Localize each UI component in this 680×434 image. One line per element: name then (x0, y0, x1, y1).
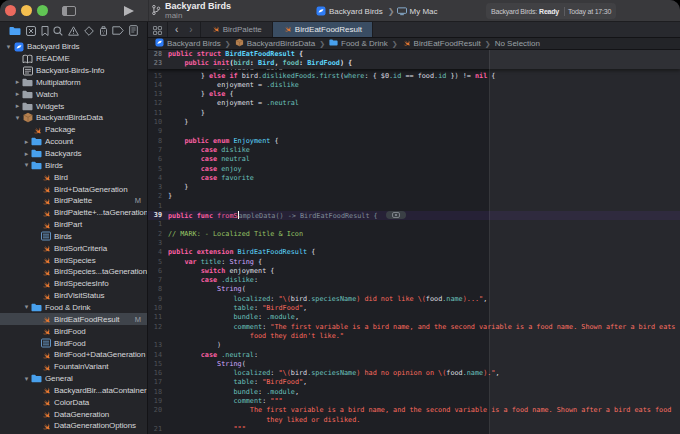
code-line[interactable]: 20 The first variable is a bird name, an… (148, 406, 680, 415)
code-line[interactable]: 2// MARK: - Localized Title & Icon (148, 230, 680, 239)
tree-item-birdfood-datageneration[interactable]: BirdFood+DataGeneration (0, 349, 147, 361)
tree-item-backyards[interactable]: ▸Backyards (0, 148, 147, 160)
navigator-report-icon[interactable] (129, 25, 138, 36)
navigator-warning-icon[interactable] (68, 26, 79, 36)
tree-item-bird-datageneration[interactable]: Bird+DataGeneration (0, 183, 147, 195)
code-line[interactable]: 14 enjoyment = .dislike (148, 81, 680, 90)
code-line[interactable]: 13 } else { (148, 90, 680, 99)
code-line[interactable]: 8 public enum Enjoyment { (148, 137, 680, 146)
scheme-device[interactable]: My Mac (410, 7, 438, 16)
tree-item-birdsortcriteria[interactable]: BirdSortCriteria (0, 242, 147, 254)
code-line[interactable]: 9 localized: "\(bird.speciesName) did no… (148, 295, 680, 304)
navigator-diamond-icon[interactable] (84, 26, 94, 36)
tree-item-birdvisitstatus[interactable]: BirdVisitStatus (0, 290, 147, 302)
navigator-tag-icon[interactable] (112, 26, 124, 35)
code-line[interactable]: 3 } (148, 183, 680, 192)
code-line[interactable]: 11 bundle: .module, (148, 313, 680, 322)
disclosure-chevron-icon[interactable]: ▾ (4, 43, 13, 51)
code-line[interactable]: 16 localized: "\(bird.speciesName) had n… (148, 369, 680, 378)
code-line[interactable]: 10 table: "BirdFood", (148, 304, 680, 313)
tree-item-birdspecies-tageneration[interactable]: BirdSpecies...taGeneration (0, 266, 147, 278)
navigator-xsquare-icon[interactable] (26, 26, 36, 36)
breadcrumb-item[interactable]: Backyard Birds (155, 38, 221, 49)
tree-item-package[interactable]: Package (0, 124, 147, 136)
code-line[interactable]: 3 (148, 239, 680, 248)
disclosure-chevron-icon[interactable]: ▾ (13, 114, 22, 122)
scheme-name[interactable]: Backyard Birds (329, 7, 383, 16)
code-line[interactable]: 14 case .neutral: (148, 351, 680, 360)
navigator-folder-icon[interactable] (9, 26, 21, 36)
tree-item-colordata[interactable]: ColorData (0, 396, 147, 408)
sidebar-toggle-icon[interactable] (62, 6, 76, 16)
code-line[interactable]: 1 (148, 220, 680, 229)
code-line[interactable]: 19 comment: """ (148, 397, 680, 406)
editor-tab-birdpalette[interactable]: BirdPalette (201, 22, 273, 37)
scheme-selector[interactable]: Backyard Birds ❯ My Mac (316, 0, 441, 22)
code-line[interactable]: 8 String( (148, 285, 680, 294)
code-line[interactable]: 28public struct BirdEatFoodResult { (148, 50, 680, 59)
code-line[interactable]: 15 String( (148, 360, 680, 369)
code-line[interactable]: 18 bundle: .module, (148, 388, 680, 397)
tree-item-birdeatfoodresult[interactable]: BirdEatFoodResultM (0, 313, 147, 325)
minimize-button[interactable] (21, 5, 32, 16)
code-line[interactable]: 7 case dislike (148, 146, 680, 155)
tree-item-birdpart[interactable]: BirdPart (0, 219, 147, 231)
tree-item-watch[interactable]: ▸Watch (0, 88, 147, 100)
code-line[interactable]: 21 """ (148, 425, 680, 434)
breadcrumb-item[interactable]: BackyardBirdsData (235, 38, 315, 49)
disclosure-chevron-icon[interactable]: ▸ (13, 102, 22, 110)
code-line[interactable]: 11 } (148, 109, 680, 118)
tree-item-bird[interactable]: Bird (0, 171, 147, 183)
tree-item-datageneration[interactable]: DataGeneration (0, 408, 147, 420)
code-line[interactable]: 12 enjoyment = .neutral (148, 99, 680, 108)
code-line[interactable]: 5 var title: String { (148, 258, 680, 267)
disclosure-chevron-icon[interactable]: ▾ (22, 303, 31, 311)
disclosure-chevron-icon[interactable]: ▸ (13, 78, 22, 86)
code-line[interactable]: 9 (148, 127, 680, 136)
tree-item-backyard-birds[interactable]: ▾Backyard Birds (0, 41, 147, 53)
code-line[interactable]: they liked or disliked. (148, 416, 680, 425)
code-line[interactable]: 7 case .dislike: (148, 276, 680, 285)
code-line[interactable]: 13 ) (148, 341, 680, 350)
back-icon[interactable]: ‹ (175, 24, 178, 35)
code-line[interactable]: 15 } else if bird.dislikedFoods.first(wh… (148, 72, 680, 81)
navigator-search-icon[interactable] (53, 26, 63, 36)
code-line[interactable]: 10 } (148, 118, 680, 127)
code-line[interactable]: 1 (148, 202, 680, 211)
tree-item-food-drink[interactable]: ▾Food & Drink (0, 302, 147, 314)
navigator-bookmark-icon[interactable] (41, 26, 49, 36)
tree-item-backyardbirdsdata[interactable]: ▾BackyardBirdsData (0, 112, 147, 124)
tree-item-backyardbir-atacontainer[interactable]: BackyardBir...ataContainer (0, 384, 147, 396)
tree-item-general[interactable]: ▾General (0, 373, 147, 385)
code-line[interactable]: 2} (148, 192, 680, 201)
run-button[interactable] (124, 6, 134, 16)
code-line[interactable]: 17 table: "BirdFood", (148, 378, 680, 387)
tree-item-birdpalette-tageneration[interactable]: BirdPalette+...taGeneration (0, 207, 147, 219)
close-button[interactable] (5, 5, 16, 16)
tree-item-readme[interactable]: README (0, 53, 147, 65)
editor-tab-birdeatfoodresult[interactable]: BirdEatFoodResult (273, 22, 373, 37)
tree-item-datagenerationoptions[interactable]: DataGenerationOptions (0, 420, 147, 432)
navigator-spray-icon[interactable] (99, 25, 108, 36)
code-line[interactable]: food they didn't like." (148, 332, 680, 341)
tree-item-birdspecies[interactable]: BirdSpecies (0, 254, 147, 266)
code-line[interactable]: 23 public init(bird: Bird, food: BirdFoo… (148, 59, 680, 68)
zoom-button[interactable] (37, 5, 48, 16)
code-line[interactable]: 5 case enjoy (148, 165, 680, 174)
forward-icon[interactable]: › (189, 24, 192, 35)
code-line[interactable]: 6 switch enjoyment { (148, 267, 680, 276)
code-line[interactable]: 4public extension BirdEatFoodResult { (148, 248, 680, 257)
tree-item-birdspeciesinfo[interactable]: BirdSpeciesInfo (0, 278, 147, 290)
tree-item-birds[interactable]: ▾Birds (0, 159, 147, 171)
disclosure-chevron-icon[interactable]: ▸ (22, 150, 31, 158)
completion-hint-pill[interactable] (386, 211, 406, 219)
tree-item-birds[interactable]: Birds (0, 231, 147, 243)
tree-item-fountainvariant[interactable]: FountainVariant (0, 361, 147, 373)
disclosure-chevron-icon[interactable]: ▸ (13, 90, 22, 98)
breadcrumb-item[interactable]: No Selection (495, 39, 540, 48)
tree-item-multiplatform[interactable]: ▸Multiplatform (0, 77, 147, 89)
code-line[interactable]: 39public func fromSampleData() -> BirdEa… (148, 211, 680, 220)
tree-item-birdfood[interactable]: BirdFood (0, 337, 147, 349)
code-line[interactable]: 12 comment: "The first variable is a bir… (148, 323, 680, 332)
tree-item-birdpalette[interactable]: BirdPaletteM (0, 195, 147, 207)
